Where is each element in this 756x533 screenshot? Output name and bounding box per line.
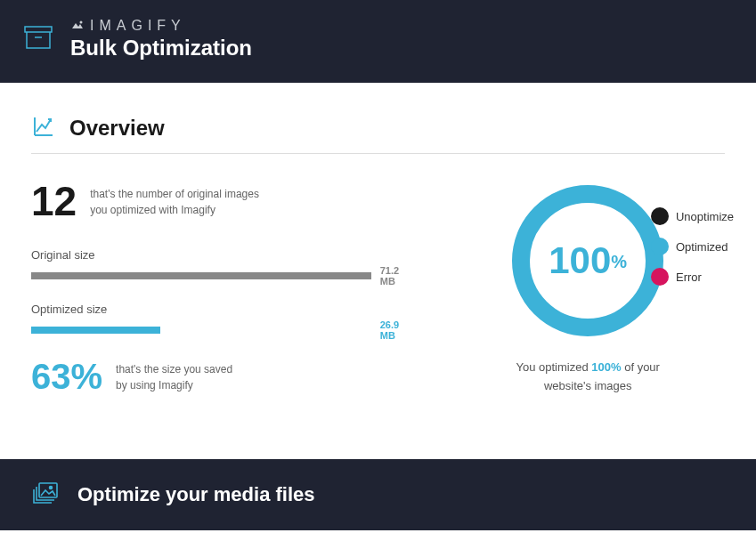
- brand-logo-icon: [70, 18, 85, 34]
- optimize-title: Optimize your media files: [77, 483, 315, 506]
- main-content: Overview 12 that's the number of origina…: [0, 83, 756, 432]
- legend-optimized: Optimized: [651, 238, 734, 255]
- bar-track: [31, 327, 371, 334]
- donut-value: 100: [549, 239, 611, 281]
- donut-chart: 100%: [508, 181, 668, 341]
- page-title: Bulk Optimization: [70, 36, 252, 61]
- saving-percent: 63%: [31, 357, 102, 397]
- donut-caption: You optimized 100% of your website's ima…: [516, 359, 660, 396]
- svg-point-3: [50, 487, 53, 489]
- app-header: IMAGIFY Bulk Optimization: [0, 0, 756, 83]
- donut-percent-sign: %: [611, 252, 627, 271]
- image-count-row: 12 that's the number of original images …: [31, 181, 415, 222]
- saving-desc: that's the size you saved by using Imagi…: [116, 361, 232, 393]
- svg-point-0: [80, 21, 83, 24]
- original-size-value: 71.2 MB: [380, 265, 416, 287]
- donut-center: 100%: [508, 181, 668, 341]
- images-stack-icon: [31, 479, 60, 511]
- brand-name: IMAGIFY: [90, 18, 186, 34]
- original-size-label: Original size: [31, 248, 415, 262]
- overview-title: Overview: [69, 116, 165, 141]
- optimize-section-head: Optimize your media files: [0, 459, 756, 530]
- image-count-desc: that's the number of original images you…: [90, 181, 259, 218]
- bar-fill-optimized: [31, 327, 160, 334]
- overview-body: 12 that's the number of original images …: [31, 154, 725, 397]
- chart-legend: Unoptimize Optimized Error: [651, 207, 734, 286]
- original-size-bar: 71.2 MB: [31, 265, 415, 287]
- legend-dot-unoptimized: [651, 207, 669, 225]
- legend-dot-optimized: [651, 238, 669, 255]
- brand-row: IMAGIFY: [70, 18, 252, 34]
- stats-column: 12 that's the number of original images …: [31, 181, 415, 397]
- chart-line-icon: [31, 114, 56, 142]
- chart-column: 100% You optimized 100% of your website'…: [451, 181, 725, 397]
- overview-section-head: Overview: [31, 101, 725, 154]
- optimized-size-value: 26.9 MB: [380, 319, 416, 341]
- header-titles: IMAGIFY Bulk Optimization: [70, 18, 252, 61]
- legend-dot-error: [651, 268, 669, 286]
- optimized-size-label: Optimized size: [31, 303, 415, 316]
- legend-error: Error: [651, 268, 734, 286]
- saving-row: 63% that's the size you saved by using I…: [31, 357, 415, 397]
- box-icon: [22, 21, 54, 57]
- bar-fill-original: [31, 272, 371, 279]
- bar-track: [31, 272, 371, 279]
- legend-unoptimized: Unoptimize: [651, 207, 734, 225]
- image-count: 12: [31, 181, 77, 222]
- optimized-size-bar: 26.9 MB: [31, 319, 415, 341]
